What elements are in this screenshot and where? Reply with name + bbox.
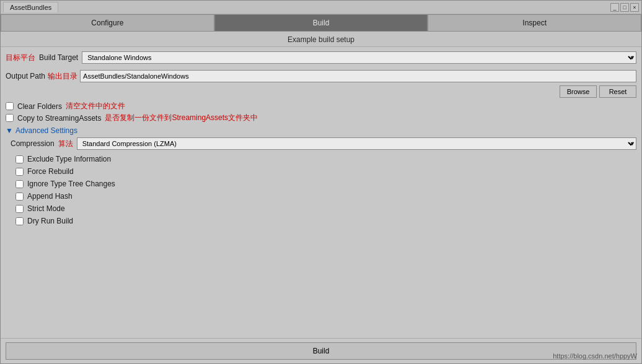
- copy-streaming-label: Copy to StreamingAssets: [17, 114, 101, 123]
- output-path-row: Output Path 输出目录: [6, 69, 636, 83]
- build-target-row: 目标平台 Build Target Standalone Windows Sta…: [6, 51, 636, 64]
- advanced-toggle-triangle: ▼: [6, 126, 13, 135]
- window-title: AssetBundles: [3, 2, 58, 12]
- force-rebuild-checkbox[interactable]: [15, 168, 24, 176]
- advanced-content: Compression 算法 No Compression Standard C…: [6, 137, 636, 227]
- build-button-area: Build: [1, 338, 641, 363]
- append-hash-checkbox[interactable]: [15, 193, 24, 201]
- window-controls: _ □ ×: [610, 3, 639, 12]
- tab-configure[interactable]: Configure: [1, 14, 214, 31]
- append-hash-label: Append Hash: [27, 192, 73, 201]
- clear-folders-checkbox[interactable]: [6, 102, 14, 110]
- compression-row: Compression 算法 No Compression Standard C…: [11, 137, 636, 150]
- build-target-label: Build Target: [39, 53, 78, 62]
- reset-button[interactable]: Reset: [599, 85, 636, 98]
- tab-build[interactable]: Build: [214, 14, 428, 31]
- output-path-section: Output Path 输出目录: [1, 68, 641, 84]
- tab-bar: Configure Build Inspect: [1, 14, 641, 32]
- strict-mode-label: Strict Mode: [27, 204, 65, 213]
- compression-select-wrapper: No Compression Standard Compression (LZM…: [77, 137, 636, 150]
- tab-inspect[interactable]: Inspect: [428, 14, 641, 31]
- force-rebuild-label: Force Rebuild: [27, 167, 74, 176]
- output-path-annotation: 输出目录: [48, 71, 77, 82]
- dry-run-checkbox[interactable]: [15, 217, 24, 225]
- browse-button[interactable]: Browse: [560, 85, 597, 98]
- footer-link: https://blog.csdn.net/hppyW: [553, 352, 637, 360]
- clear-folders-label: Clear Folders: [17, 102, 62, 111]
- maximize-button[interactable]: □: [620, 3, 629, 12]
- advanced-toggle[interactable]: ▼ Advanced Settings: [6, 126, 636, 135]
- copy-streaming-annotation: 是否复制一份文件到StreamingAssets文件夹中: [105, 113, 258, 123]
- exclude-type-row: Exclude Type Information: [11, 154, 636, 165]
- strict-mode-checkbox[interactable]: [15, 205, 24, 213]
- copy-streaming-row: Copy to StreamingAssets 是否复制一份文件到Streami…: [1, 112, 641, 124]
- ignore-type-tree-row: Ignore Type Tree Changes: [11, 178, 636, 189]
- content-area: Example build setup 目标平台 Build Target St…: [1, 32, 641, 363]
- clear-folders-annotation: 清空文件中的文件: [66, 101, 125, 111]
- output-path-input[interactable]: [80, 70, 636, 82]
- section-title: Example build setup: [1, 32, 641, 47]
- compression-annotation: 算法: [58, 139, 73, 149]
- compression-select[interactable]: No Compression Standard Compression (LZM…: [77, 137, 636, 150]
- path-button-row: Browse Reset: [1, 84, 641, 100]
- spacer: [1, 229, 641, 338]
- force-rebuild-row: Force Rebuild: [11, 166, 636, 177]
- title-bar: AssetBundles _ □ ×: [1, 1, 641, 14]
- output-path-label: Output Path: [6, 72, 45, 80]
- strict-mode-row: Strict Mode: [11, 203, 636, 214]
- advanced-toggle-label: Advanced Settings: [15, 126, 77, 135]
- minimize-button[interactable]: _: [610, 3, 619, 12]
- advanced-section: ▼ Advanced Settings Compression 算法 No Co…: [1, 124, 641, 229]
- dry-run-row: Dry Run Build: [11, 215, 636, 227]
- compression-label: Compression: [11, 139, 55, 148]
- copy-streaming-checkbox[interactable]: [6, 114, 14, 122]
- footer: https://blog.csdn.net/hppyW: [553, 352, 637, 360]
- dry-run-label: Dry Run Build: [27, 217, 73, 225]
- clear-folders-row: Clear Folders 清空文件中的文件: [1, 100, 641, 112]
- ignore-type-tree-label: Ignore Type Tree Changes: [27, 180, 115, 188]
- ignore-type-tree-checkbox[interactable]: [15, 180, 24, 188]
- build-target-select[interactable]: Standalone Windows Standalone Windows 64…: [82, 51, 636, 64]
- close-button[interactable]: ×: [630, 3, 639, 12]
- exclude-type-label: Exclude Type Information: [27, 155, 111, 163]
- build-button[interactable]: Build: [6, 342, 636, 360]
- main-window: AssetBundles _ □ × Configure Build Inspe…: [0, 0, 642, 364]
- exclude-type-checkbox[interactable]: [15, 155, 24, 163]
- build-target-select-wrapper: Standalone Windows Standalone Windows 64…: [82, 51, 636, 64]
- append-hash-row: Append Hash: [11, 191, 636, 202]
- build-target-annotation: 目标平台: [6, 53, 35, 63]
